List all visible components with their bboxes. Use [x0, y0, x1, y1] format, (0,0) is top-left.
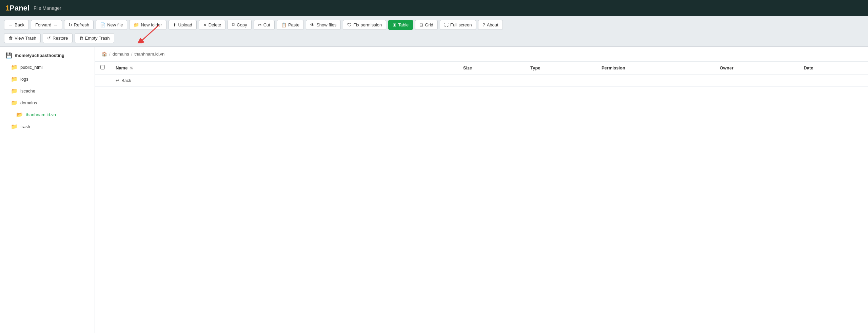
- col-permission-label: Permission: [601, 65, 625, 70]
- breadcrumb-thanhnam[interactable]: thanhnam.id.vn: [134, 51, 164, 57]
- new-file-button[interactable]: 📄 New file: [96, 20, 127, 30]
- breadcrumb-domains[interactable]: domains: [113, 51, 129, 57]
- table-header-row: Name ⇅ Size Type Permission Owner: [95, 62, 868, 74]
- main-layout: 💾 /home/yuchpasthosting 📁 public_html 📁 …: [0, 47, 868, 333]
- upload-icon: ⬆: [173, 22, 177, 27]
- breadcrumb: 🏠 / domains / thanhnam.id.vn: [95, 47, 868, 62]
- root-path-label: /home/yuchpasthosting: [15, 53, 64, 58]
- view-trash-button[interactable]: 🗑 View Trash: [4, 33, 41, 43]
- trash-icon: 🗑: [8, 36, 13, 41]
- copy-label: Copy: [237, 22, 247, 27]
- logo: 1Panel: [5, 4, 29, 13]
- sidebar-root-path[interactable]: 💾 /home/yuchpasthosting: [0, 49, 95, 61]
- full-screen-icon: ⛶: [444, 22, 449, 27]
- new-file-label: New file: [107, 22, 123, 27]
- drive-icon: 💾: [5, 52, 12, 59]
- toolbar: ← Back Forward → ↻ Refresh 📄 New file 📁 …: [0, 16, 868, 47]
- col-size-label: Size: [463, 65, 472, 70]
- fix-permission-button[interactable]: 🛡 Fix permission: [343, 20, 386, 30]
- toolbar-row2: 🗑 View Trash ↺ Restore 🗑 Empty Trash: [4, 33, 864, 46]
- file-table: Name ⇅ Size Type Permission Owner: [95, 62, 868, 87]
- sidebar-item-lscache[interactable]: 📁 lscache: [0, 85, 95, 97]
- copy-icon: ⧉: [232, 22, 235, 27]
- back-arrow-icon: ←: [8, 22, 13, 27]
- show-files-label: Show files: [316, 22, 336, 27]
- folder-icon-domains: 📁: [11, 100, 18, 106]
- refresh-button[interactable]: ↻ Refresh: [64, 20, 94, 30]
- about-icon: ?: [482, 22, 485, 27]
- header-bar: 1Panel File Manager: [0, 0, 868, 16]
- sidebar-label-domains: domains: [20, 100, 37, 105]
- cut-label: Cut: [263, 22, 270, 27]
- restore-icon: ↺: [47, 36, 51, 41]
- empty-trash-button[interactable]: 🗑 Empty Trash: [75, 33, 114, 43]
- logo-container: 1Panel File Manager: [5, 4, 61, 13]
- refresh-icon: ↻: [68, 22, 72, 27]
- col-name-label: Name: [116, 65, 127, 70]
- sidebar-label-public-html: public_html: [20, 65, 43, 70]
- th-size: Size: [458, 62, 525, 74]
- th-checkbox: [95, 62, 110, 74]
- upload-button[interactable]: ⬆ Upload: [169, 20, 197, 30]
- logo-number: 1: [5, 4, 9, 12]
- back-arrow-icon: ↩: [116, 78, 119, 83]
- app-title: File Manager: [34, 5, 61, 11]
- cut-button[interactable]: ✂ Cut: [254, 20, 275, 30]
- view-trash-label: View Trash: [15, 36, 36, 41]
- home-icon[interactable]: 🏠: [102, 51, 107, 57]
- select-all-checkbox[interactable]: [100, 65, 105, 69]
- folder-icon-trash: 📁: [11, 123, 18, 130]
- sidebar-item-domains[interactable]: 📁 domains: [0, 97, 95, 109]
- about-label: About: [487, 22, 498, 27]
- back-link[interactable]: ↩ Back: [116, 78, 863, 83]
- full-screen-button[interactable]: ⛶ Full screen: [440, 20, 476, 30]
- show-files-icon: 👁: [310, 22, 315, 27]
- sidebar-item-logs[interactable]: 📁 logs: [0, 73, 95, 85]
- grid-icon: ⊟: [419, 22, 423, 27]
- sort-icon: ⇅: [130, 66, 133, 70]
- grid-label: Grid: [425, 22, 433, 27]
- delete-icon: ✕: [203, 22, 207, 27]
- folder-icon-lscache: 📁: [11, 88, 18, 94]
- breadcrumb-sep2: /: [131, 51, 133, 57]
- sidebar-label-thanhnam: thanhnam.id.vn: [26, 112, 56, 117]
- full-screen-label: Full screen: [450, 22, 472, 27]
- sidebar-label-logs: logs: [20, 77, 28, 82]
- th-permission: Permission: [596, 62, 714, 74]
- copy-button[interactable]: ⧉ Copy: [228, 20, 251, 30]
- forward-button[interactable]: Forward →: [31, 20, 62, 30]
- about-button[interactable]: ? About: [478, 20, 502, 30]
- paste-button[interactable]: 📋 Paste: [277, 20, 304, 30]
- restore-label: Restore: [53, 36, 68, 41]
- content-area: 🏠 / domains / thanhnam.id.vn Name ⇅ Siz: [95, 47, 868, 333]
- sidebar-item-thanhnam[interactable]: 📂 thanhnam.id.vn: [0, 109, 95, 121]
- col-type-label: Type: [530, 65, 540, 70]
- folder-icon-logs: 📁: [11, 76, 18, 82]
- delete-label: Delete: [209, 22, 221, 27]
- forward-arrow-icon: →: [53, 22, 58, 27]
- folder-icon-thanhnam: 📂: [16, 111, 23, 118]
- sidebar-item-trash[interactable]: 📁 trash: [0, 121, 95, 132]
- th-name[interactable]: Name ⇅: [110, 62, 458, 74]
- restore-button[interactable]: ↺ Restore: [43, 33, 73, 43]
- show-files-button[interactable]: 👁 Show files: [306, 20, 341, 30]
- new-file-icon: 📄: [100, 22, 105, 27]
- empty-trash-label: Empty Trash: [85, 36, 110, 41]
- back-label: Back: [15, 22, 24, 27]
- col-owner-label: Owner: [720, 65, 733, 70]
- sidebar-item-public-html[interactable]: 📁 public_html: [0, 61, 95, 73]
- cut-icon: ✂: [258, 22, 262, 27]
- refresh-label: Refresh: [74, 22, 90, 27]
- back-link-label: Back: [121, 78, 131, 83]
- upload-label: Upload: [178, 22, 192, 27]
- empty-trash-icon: 🗑: [79, 36, 83, 41]
- back-row-name-cell[interactable]: ↩ Back: [110, 74, 868, 87]
- table-view-button[interactable]: ⊞ Table: [388, 20, 413, 30]
- new-folder-icon: 📁: [134, 22, 139, 27]
- col-date-label: Date: [804, 65, 813, 70]
- new-folder-button[interactable]: 📁 New folder: [129, 20, 166, 30]
- grid-view-button[interactable]: ⊟ Grid: [415, 20, 438, 30]
- delete-button[interactable]: ✕ Delete: [199, 20, 226, 30]
- back-button[interactable]: ← Back: [4, 20, 29, 30]
- toolbar-row1: ← Back Forward → ↻ Refresh 📄 New file 📁 …: [4, 20, 864, 33]
